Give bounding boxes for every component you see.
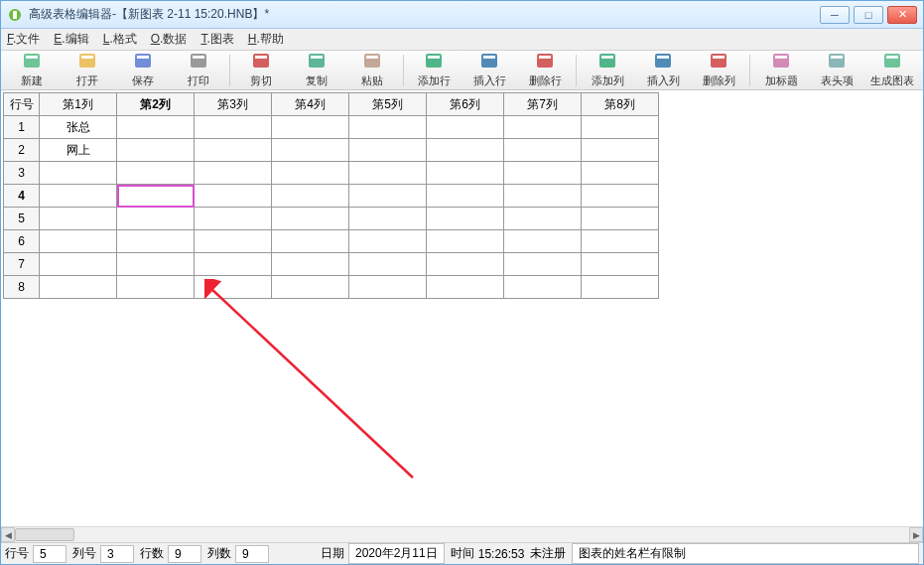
cell-r3-c7[interactable]	[504, 162, 582, 185]
tool-delete_row-button[interactable]: 删除行	[518, 52, 572, 89]
cell-r5-c1[interactable]	[40, 208, 117, 230]
row-header-6[interactable]: 6	[4, 230, 40, 253]
cell-r8-c6[interactable]	[427, 276, 504, 299]
cell-r3-c1[interactable]	[40, 162, 117, 185]
cell-r1-c7[interactable]	[504, 116, 582, 139]
row-header-3[interactable]: 3	[4, 162, 40, 185]
cell-r7-c7[interactable]	[504, 253, 582, 276]
cell-r6-c5[interactable]	[349, 230, 427, 253]
menu-item-5[interactable]: H.帮助	[248, 31, 284, 48]
cell-r2-c2[interactable]	[117, 139, 195, 162]
data-grid[interactable]: 行号第1列第2列第3列第4列第5列第6列第7列第8列1张总2网上345678	[3, 92, 659, 299]
cell-r7-c6[interactable]	[427, 253, 504, 276]
tool-print-button[interactable]: 打印	[172, 52, 225, 89]
tool-gen_chart-button[interactable]: 生成图表	[865, 52, 919, 89]
tool-add_title-button[interactable]: 加标题	[754, 52, 808, 89]
scroll-left-icon[interactable]: ◀	[1, 527, 15, 542]
cell-r1-c5[interactable]	[349, 116, 427, 139]
row-header-8[interactable]: 8	[4, 276, 40, 299]
cell-r7-c1[interactable]	[40, 253, 117, 276]
cell-r5-c5[interactable]	[349, 208, 427, 230]
row-header-7[interactable]: 7	[4, 253, 40, 276]
cell-r4-c7[interactable]	[504, 185, 582, 208]
cell-r8-c7[interactable]	[504, 276, 582, 299]
cell-r4-c3[interactable]	[195, 185, 272, 208]
tool-cut-button[interactable]: 剪切	[234, 52, 288, 89]
cell-r7-c3[interactable]	[195, 253, 272, 276]
cell-r5-c2[interactable]	[117, 208, 195, 230]
tool-add_col-button[interactable]: 添加列	[581, 52, 634, 89]
row-header-4[interactable]: 4	[4, 185, 40, 208]
cell-r1-c8[interactable]	[582, 116, 659, 139]
cell-r3-c5[interactable]	[349, 162, 427, 185]
cell-r2-c7[interactable]	[504, 139, 582, 162]
scroll-thumb[interactable]	[15, 528, 74, 541]
cell-r8-c8[interactable]	[582, 276, 659, 299]
col-header-5[interactable]: 第5列	[349, 93, 427, 116]
menu-item-1[interactable]: E.编辑	[54, 31, 88, 48]
cell-r1-c1[interactable]: 张总	[40, 116, 117, 139]
minimize-button[interactable]: ─	[820, 6, 850, 24]
cell-r1-c3[interactable]	[195, 116, 272, 139]
cell-r3-c6[interactable]	[427, 162, 504, 185]
row-header-2[interactable]: 2	[4, 139, 40, 162]
tool-add_row-button[interactable]: 添加行	[408, 52, 462, 89]
cell-r4-c8[interactable]	[582, 185, 659, 208]
menu-item-0[interactable]: F.文件	[7, 31, 40, 48]
tool-open-button[interactable]: 打开	[61, 52, 114, 89]
cell-r4-c4[interactable]	[272, 185, 349, 208]
cell-r1-c4[interactable]	[272, 116, 349, 139]
tool-insert_col-button[interactable]: 插入列	[636, 52, 690, 89]
menu-item-3[interactable]: O.数据	[151, 31, 188, 48]
tool-paste-button[interactable]: 粘贴	[345, 52, 399, 89]
cell-r7-c8[interactable]	[582, 253, 659, 276]
cell-r3-c4[interactable]	[272, 162, 349, 185]
cell-r2-c4[interactable]	[272, 139, 349, 162]
tool-header-button[interactable]: 表头项	[810, 52, 863, 89]
col-header-3[interactable]: 第3列	[195, 93, 272, 116]
cell-r6-c2[interactable]	[117, 230, 195, 253]
row-header-5[interactable]: 5	[4, 208, 40, 230]
cell-r4-c5[interactable]	[349, 185, 427, 208]
cell-r8-c3[interactable]	[195, 276, 272, 299]
cell-r6-c1[interactable]	[40, 230, 117, 253]
cell-r4-c1[interactable]	[40, 185, 117, 208]
cell-r6-c4[interactable]	[272, 230, 349, 253]
col-header-6[interactable]: 第6列	[427, 93, 504, 116]
cell-r5-c7[interactable]	[504, 208, 582, 230]
col-header-2[interactable]: 第2列	[117, 93, 195, 116]
cell-r7-c2[interactable]	[117, 253, 195, 276]
tool-new-button[interactable]: 新建	[5, 52, 59, 89]
cell-r8-c1[interactable]	[40, 276, 117, 299]
cell-r8-c4[interactable]	[272, 276, 349, 299]
cell-r1-c2[interactable]	[117, 116, 195, 139]
col-header-8[interactable]: 第8列	[582, 93, 659, 116]
cell-r3-c8[interactable]	[582, 162, 659, 185]
menu-item-4[interactable]: T.图表	[200, 31, 233, 48]
col-header-7[interactable]: 第7列	[504, 93, 582, 116]
horizontal-scrollbar[interactable]: ◀ ▶	[1, 526, 923, 542]
cell-r1-c6[interactable]	[427, 116, 504, 139]
cell-r6-c3[interactable]	[195, 230, 272, 253]
tool-insert_row-button[interactable]: 插入行	[462, 52, 516, 89]
cell-r4-c6[interactable]	[427, 185, 504, 208]
cell-r3-c3[interactable]	[195, 162, 272, 185]
cell-r5-c6[interactable]	[427, 208, 504, 230]
tool-copy-button[interactable]: 复制	[290, 52, 343, 89]
row-header-corner[interactable]: 行号	[4, 93, 40, 116]
cell-r7-c5[interactable]	[349, 253, 427, 276]
cell-r2-c3[interactable]	[195, 139, 272, 162]
cell-r7-c4[interactable]	[272, 253, 349, 276]
row-header-1[interactable]: 1	[4, 116, 40, 139]
col-header-4[interactable]: 第4列	[272, 93, 349, 116]
maximize-button[interactable]: □	[854, 6, 883, 24]
cell-r4-c2[interactable]	[117, 185, 195, 208]
cell-r8-c5[interactable]	[349, 276, 427, 299]
cell-r5-c8[interactable]	[582, 208, 659, 230]
tool-save-button[interactable]: 保存	[116, 52, 170, 89]
cell-r2-c8[interactable]	[582, 139, 659, 162]
close-button[interactable]: ✕	[887, 6, 917, 24]
menu-item-2[interactable]: L.格式	[103, 31, 137, 48]
cell-r5-c3[interactable]	[195, 208, 272, 230]
cell-r2-c6[interactable]	[427, 139, 504, 162]
